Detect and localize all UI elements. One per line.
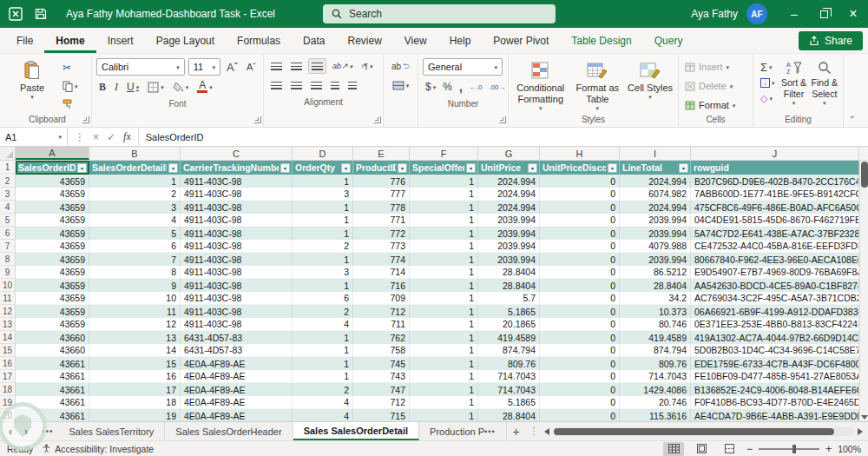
tab-power-pivot[interactable]: Power Pivot — [482, 28, 560, 53]
cell[interactable]: 1 — [410, 240, 478, 253]
cell[interactable]: 762 — [353, 331, 410, 344]
cell[interactable]: 1 — [410, 201, 478, 214]
cell[interactable]: B136852E-24C9-4006-8048-B14AEFE6C33 — [691, 383, 859, 396]
increase-indent-button[interactable] — [345, 77, 359, 93]
cell[interactable]: 2 — [293, 240, 353, 253]
accessibility-status[interactable]: Accessibility: Investigate — [42, 444, 154, 454]
formula-input[interactable]: SalesOrderID — [139, 128, 868, 146]
font-size-select[interactable]: 11▾ — [188, 58, 220, 76]
cell[interactable]: EDE1759E-6733-4C7B-A43F-DC6F48002D — [691, 357, 859, 370]
cell[interactable]: 2024.994 — [620, 175, 691, 188]
cell[interactable]: 1 — [410, 409, 478, 421]
bold-button[interactable]: B — [96, 79, 108, 95]
filter-button-unitpricediscount[interactable]: ▾ — [608, 163, 617, 173]
cell[interactable]: 0 — [540, 357, 620, 370]
filter-button-carriertrackingnumber[interactable]: ▾ — [280, 163, 290, 173]
table-header-productid[interactable]: ProductID▾ — [353, 161, 410, 175]
cell[interactable]: 0 — [540, 331, 620, 344]
row-header-8[interactable]: 8 — [0, 253, 16, 266]
cell[interactable]: 43659 — [16, 188, 89, 201]
align-top-button[interactable] — [268, 58, 285, 74]
cell[interactable]: 43659 — [16, 175, 89, 188]
cell[interactable]: 4 — [293, 318, 353, 331]
minimize-button[interactable]: – — [779, 0, 809, 28]
tab-help[interactable]: Help — [438, 28, 483, 53]
cell[interactable]: CE472532-A4C0-45BA-816E-EEFD3FD848 — [691, 240, 859, 253]
cell[interactable]: 18 — [89, 396, 181, 409]
cell[interactable]: 6431-4D57-83 — [181, 344, 293, 357]
cell[interactable]: AC769034-3C2F-495C-A5A7-3B71CDB25D — [691, 292, 859, 305]
alignment-dialog-launcher[interactable] — [374, 116, 381, 123]
cell[interactable]: 2039.994 — [478, 253, 540, 266]
cell[interactable]: 1429.4086 — [620, 383, 691, 396]
cell[interactable]: 43661 — [16, 383, 89, 396]
cell[interactable]: 4911-403C-98 — [181, 292, 293, 305]
cell[interactable]: 1 — [410, 279, 478, 292]
cell[interactable]: 714.7043 — [478, 383, 540, 396]
cell[interactable]: 0 — [540, 214, 620, 227]
share-button[interactable]: Share — [799, 31, 863, 50]
cell[interactable]: 1 — [293, 175, 353, 188]
cell[interactable]: 28.8404 — [620, 279, 691, 292]
column-header-D[interactable]: D — [293, 147, 353, 160]
cell[interactable]: 1 — [293, 344, 353, 357]
cell[interactable]: 2024.994 — [478, 201, 540, 214]
row-header-13[interactable]: 13 — [0, 318, 16, 331]
cell[interactable]: 17 — [89, 383, 181, 396]
cell[interactable]: 43661 — [16, 396, 89, 409]
row-header-5[interactable]: 5 — [0, 214, 16, 227]
cell[interactable]: 0 — [540, 396, 620, 409]
cell[interactable]: 0 — [540, 383, 620, 396]
cell[interactable]: AE4CDA7D-9B6E-4ABB-A391-E9E9DDB10 — [691, 409, 859, 421]
cell[interactable]: 1 — [410, 344, 478, 357]
cell[interactable]: 4911-403C-98 — [181, 227, 293, 240]
table-header-unitprice[interactable]: UnitPrice▾ — [478, 161, 540, 175]
increase-decimal-button[interactable]: ←.0 — [467, 79, 485, 95]
cell[interactable]: 4911-403C-98 — [181, 214, 293, 227]
grow-font-button[interactable]: Aˆ — [224, 59, 240, 75]
cell[interactable]: 714 — [353, 266, 410, 279]
row-header-18[interactable]: 18 — [0, 383, 16, 396]
horizontal-scrollbar-track[interactable] — [553, 427, 854, 436]
row-header-20[interactable]: 20 — [0, 409, 16, 421]
row-header-1[interactable]: 1 — [0, 161, 16, 175]
cell[interactable]: 2 — [89, 188, 181, 201]
align-right-button[interactable] — [308, 77, 325, 93]
cell[interactable]: 475CF8C6-49F6-486E-B0AD-AFC6A50CDD — [691, 201, 859, 214]
merge-center-button[interactable]: ▾ — [390, 77, 412, 93]
zoom-slider-thumb[interactable] — [792, 445, 796, 453]
decrease-decimal-button[interactable]: .00→ — [486, 79, 508, 95]
conditional-formatting-button[interactable]: Conditional Formatting ▾ — [513, 58, 568, 111]
column-header-F[interactable]: F — [410, 147, 478, 160]
cell[interactable]: 1 — [410, 370, 478, 383]
cell[interactable]: 6431-4D57-83 — [181, 331, 293, 344]
collapse-ribbon-icon[interactable]: ⌄ — [849, 110, 856, 120]
cell[interactable]: 4 — [293, 409, 353, 421]
cell[interactable]: 1 — [410, 175, 478, 188]
cell[interactable]: 4911-403C-98 — [181, 305, 293, 318]
zoom-in-button[interactable]: + — [825, 443, 832, 455]
cell[interactable]: 0 — [540, 227, 620, 240]
tab-page-layout[interactable]: Page Layout — [145, 28, 226, 53]
filter-button-salesorderdetailid[interactable]: ▾ — [168, 163, 178, 173]
cell[interactable]: 419.4589 — [620, 331, 691, 344]
cell[interactable]: 777 — [353, 188, 410, 201]
find-select-button[interactable]: Find & Select ▾ — [811, 58, 838, 106]
avatar[interactable]: AF — [746, 3, 767, 24]
cell[interactable]: 43659 — [16, 214, 89, 227]
cell[interactable]: 10 — [89, 292, 181, 305]
insert-cells-button[interactable]: Insert▾ — [683, 58, 748, 76]
cell[interactable]: 5 — [89, 227, 181, 240]
cell[interactable]: 20.746 — [620, 396, 691, 409]
cell[interactable]: 20.1865 — [478, 318, 540, 331]
row-header-7[interactable]: 7 — [0, 240, 16, 253]
scroll-left-icon[interactable] — [544, 428, 549, 435]
horizontal-scrollbar[interactable] — [542, 422, 868, 440]
cell[interactable]: 6 — [293, 292, 353, 305]
cell[interactable]: 6 — [89, 240, 181, 253]
row-header-15[interactable]: 15 — [0, 344, 16, 357]
row-header-16[interactable]: 16 — [0, 357, 16, 370]
cell[interactable]: 1 — [410, 253, 478, 266]
cell[interactable]: 745 — [353, 357, 410, 370]
cell[interactable]: 43659 — [16, 266, 89, 279]
